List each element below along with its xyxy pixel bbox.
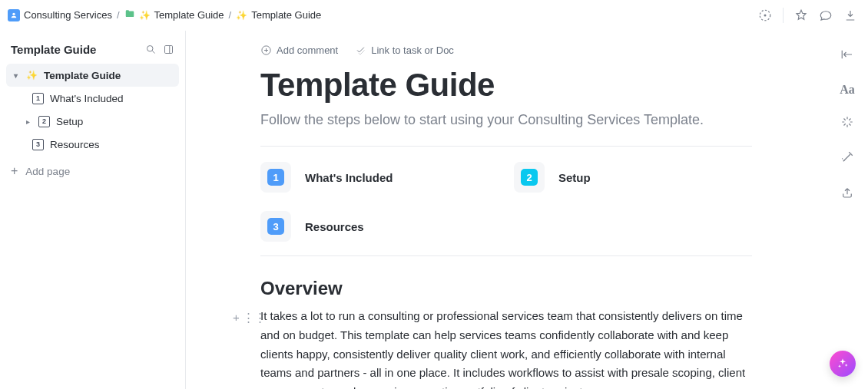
star-icon[interactable] [794, 8, 808, 22]
breadcrumb-doc[interactable]: ✨ Template Guide [236, 9, 321, 21]
nav-label: What's Included [305, 171, 393, 184]
nav-number: 3 [267, 218, 284, 235]
overview-paragraph[interactable]: + ⋮⋮ It takes a lot to run a consulting … [260, 307, 752, 389]
nav-grid: 1 What's Included 2 Setup 3 Resources [260, 162, 752, 242]
page-subtitle[interactable]: Follow the steps below to start using yo… [260, 110, 752, 130]
divider [783, 8, 784, 23]
overview-heading[interactable]: Overview [260, 278, 752, 299]
panel-collapse-icon[interactable] [163, 44, 174, 55]
ai-sparkle-icon[interactable] [840, 115, 854, 132]
sidebar-item-setup[interactable]: ▸ 2 Setup [6, 110, 179, 133]
workspace-icon [8, 9, 20, 21]
sidebar-item-label: Resources [50, 139, 100, 150]
nav-card-whats-included[interactable]: 1 What's Included [260, 162, 499, 193]
link-task-button[interactable]: Link to task or Doc [355, 45, 454, 56]
add-comment-button[interactable]: Add comment [260, 45, 338, 56]
chevron-down-icon[interactable]: ▾ [11, 71, 20, 80]
breadcrumb-folder[interactable]: ✨ Template Guide [124, 8, 224, 21]
download-icon[interactable] [843, 8, 857, 22]
number-box-icon: 1 [32, 93, 44, 104]
top-actions [758, 8, 857, 23]
sidebar: Template Guide ▾ ✨ Template Guide 1 What… [0, 31, 186, 389]
breadcrumb-sep: / [229, 9, 232, 21]
svg-point-3 [147, 46, 154, 52]
sidebar-item-label: Setup [56, 116, 83, 127]
document: Add comment Link to task or Doc Template… [186, 31, 827, 389]
sidebar-item-template-guide[interactable]: ▾ ✨ Template Guide [6, 64, 179, 87]
breadcrumb-workspace-label: Consulting Services [24, 9, 112, 21]
page-title[interactable]: Template Guide [260, 67, 752, 104]
nav-number: 2 [521, 169, 538, 186]
drag-handle-icon[interactable]: ⋮⋮ [243, 308, 266, 328]
svg-rect-4 [165, 46, 173, 54]
plus-icon[interactable]: + [233, 308, 240, 328]
overview-text: It takes a lot to run a consulting or pr… [260, 309, 745, 389]
nav-card-setup[interactable]: 2 Setup [514, 162, 752, 193]
ai-fab-button[interactable] [830, 351, 856, 377]
sidebar-tree: ▾ ✨ Template Guide 1 What's Included ▸ 2… [0, 64, 185, 156]
body: Template Guide ▾ ✨ Template Guide 1 What… [0, 31, 868, 389]
divider [260, 146, 752, 147]
right-rail: Aa [827, 31, 868, 389]
share-icon[interactable] [840, 186, 854, 203]
number-box-icon: 3 [32, 139, 44, 150]
search-icon[interactable] [145, 44, 157, 55]
nav-card-resources[interactable]: 3 Resources [260, 211, 499, 242]
nav-label: Setup [558, 171, 591, 184]
target-icon[interactable] [758, 8, 772, 22]
breadcrumb-sep: / [117, 9, 120, 21]
block-gutter[interactable]: + ⋮⋮ [233, 308, 266, 328]
sparkle-icon: ✨ [26, 70, 38, 81]
main: Add comment Link to task or Doc Template… [186, 31, 868, 389]
sidebar-item-label: What's Included [50, 93, 124, 104]
sidebar-title: Template Guide [11, 43, 96, 56]
top-bar: Consulting Services / ✨ Template Guide /… [0, 0, 868, 31]
folder-icon [124, 8, 135, 21]
sidebar-header: Template Guide [0, 38, 185, 64]
sidebar-item-label: Template Guide [44, 70, 121, 81]
sidebar-item-whats-included[interactable]: 1 What's Included [6, 87, 179, 110]
breadcrumb-folder-label: Template Guide [154, 9, 224, 21]
number-box-icon: 2 [38, 116, 50, 127]
add-comment-label: Add comment [277, 45, 338, 56]
comment-icon[interactable] [819, 8, 833, 22]
indent-icon[interactable] [840, 48, 854, 64]
sparkle-icon: ✨ [139, 10, 151, 21]
divider [260, 255, 752, 256]
svg-point-2 [764, 14, 767, 16]
magic-wand-icon[interactable] [840, 150, 854, 167]
add-page-label: Add page [25, 166, 70, 177]
chevron-right-icon[interactable]: ▸ [23, 117, 32, 126]
typography-button[interactable]: Aa [840, 83, 855, 97]
svg-point-0 [12, 12, 15, 15]
breadcrumb: Consulting Services / ✨ Template Guide /… [8, 8, 321, 21]
breadcrumb-workspace[interactable]: Consulting Services [8, 9, 112, 21]
breadcrumb-doc-label: Template Guide [251, 9, 321, 21]
link-task-label: Link to task or Doc [371, 45, 454, 56]
sparkle-icon: ✨ [236, 10, 247, 21]
nav-number: 1 [267, 169, 284, 186]
nav-label: Resources [305, 220, 364, 233]
sidebar-item-resources[interactable]: 3 Resources [6, 133, 179, 156]
doc-actionbar: Add comment Link to task or Doc [260, 41, 752, 64]
add-page-button[interactable]: + Add page [0, 160, 185, 182]
plus-icon: + [11, 165, 18, 177]
